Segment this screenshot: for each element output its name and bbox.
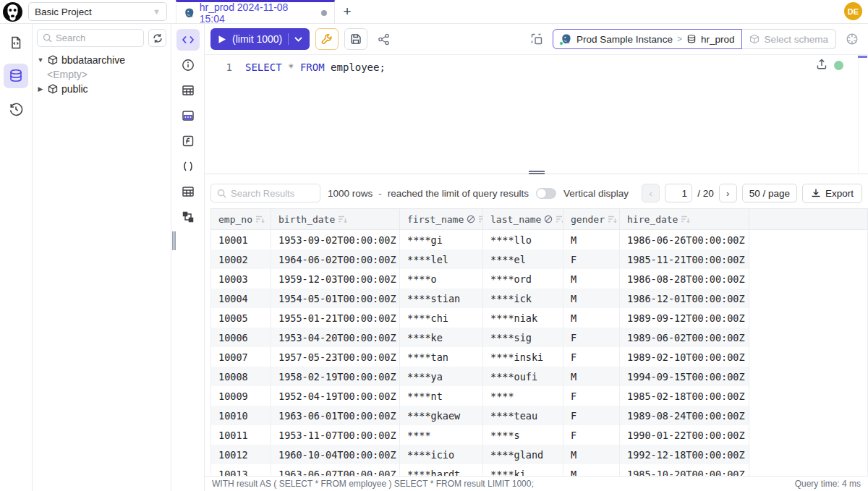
avatar[interactable]: DE (844, 2, 862, 20)
table-cell[interactable]: ****ick (483, 289, 563, 308)
table-cell[interactable]: 10012 (210, 445, 271, 464)
sql-editor[interactable]: 1 SELECT * FROM employee; (205, 55, 868, 174)
next-page-button[interactable]: › (719, 184, 737, 202)
table-cell[interactable]: 1963-06-01T00:00:00Z (271, 406, 400, 425)
functions-icon[interactable] (176, 130, 200, 152)
table-cell[interactable]: ****niak (483, 308, 563, 328)
table-cell[interactable]: 1989-09-12T00:00:00Z (620, 308, 749, 328)
format-sql-button[interactable] (527, 29, 547, 49)
share-button[interactable] (373, 29, 393, 49)
refresh-button[interactable] (148, 29, 166, 47)
table-cell[interactable]: ****el (483, 249, 563, 269)
worksheet-doc-icon[interactable] (4, 30, 28, 55)
table-cell[interactable]: 1958-02-19T00:00:00Z (271, 367, 400, 386)
table-cell[interactable]: 1959-12-03T00:00:00Z (271, 269, 400, 289)
table-cell[interactable]: 10001 (210, 230, 271, 249)
table-cell[interactable]: 10002 (210, 249, 271, 269)
table-cell[interactable]: 10005 (210, 308, 271, 328)
column-header[interactable]: emp_no (210, 209, 271, 229)
table-cell[interactable]: F (563, 425, 620, 445)
project-select[interactable]: Basic Project ▼ (28, 2, 167, 21)
scroll-annotation-gutter[interactable] (858, 55, 868, 174)
table-cell[interactable]: 10010 (210, 406, 271, 425)
table-cell[interactable]: **** (400, 425, 483, 445)
table-cell[interactable]: 10011 (210, 425, 271, 445)
sort-icon[interactable] (338, 215, 347, 223)
column-header[interactable]: birth_date (271, 209, 400, 229)
table-row[interactable]: 100021964-06-02T00:00:00Z****lel****elF1… (210, 249, 868, 269)
panel-resize-handle[interactable] (172, 231, 176, 250)
table-cell[interactable]: ****s (483, 425, 563, 445)
table-cell[interactable]: 1994-09-15T00:00:00Z (620, 367, 749, 386)
table-cell[interactable]: ****sig (483, 328, 563, 347)
database-rail-icon[interactable] (4, 64, 28, 88)
table-cell[interactable]: ****gi (400, 230, 483, 249)
table-cell[interactable]: 1992-12-18T00:00:00Z (620, 445, 749, 464)
info-icon[interactable] (176, 54, 200, 76)
column-header[interactable]: first_name (400, 209, 483, 229)
table-cell[interactable]: 1954-05-01T00:00:00Z (271, 289, 400, 308)
troubleshoot-button[interactable] (315, 28, 339, 50)
table-cell[interactable]: 10003 (210, 269, 271, 289)
column-header[interactable]: gender (563, 209, 620, 229)
table-cell[interactable]: **** (483, 386, 563, 406)
page-size-select[interactable]: 50 / page (742, 184, 797, 202)
tab-worksheet[interactable]: hr_prod 2024-11-08 15:04 (176, 0, 335, 23)
table-cell[interactable]: 1953-09-02T00:00:00Z (271, 230, 400, 249)
run-query-button[interactable]: (limit 1000) (210, 28, 310, 50)
table-cell[interactable]: ****teau (483, 406, 563, 425)
table-row[interactable]: 100011953-09-02T00:00:00Z****gi****lloM1… (210, 230, 868, 249)
save-button[interactable] (344, 28, 367, 50)
table-cell[interactable]: ****oufi (483, 367, 563, 386)
table-cell[interactable]: 1953-11-07T00:00:00Z (271, 425, 400, 445)
table-cell[interactable]: 1990-01-22T00:00:00Z (620, 425, 749, 445)
table-cell[interactable]: 1986-06-26T00:00:00Z (620, 230, 749, 249)
diagram-icon[interactable] (176, 206, 200, 228)
table-cell[interactable]: M (563, 308, 620, 328)
table-row[interactable]: 100101963-06-01T00:00:00Z****gkaew****te… (210, 406, 868, 425)
tables-icon[interactable] (176, 80, 200, 101)
table-row[interactable]: 100111953-11-07T00:00:00Z********sF1990-… (210, 425, 868, 445)
horizontal-drag-handle-icon[interactable] (529, 171, 545, 174)
table-cell[interactable]: 10008 (210, 367, 271, 386)
table-cell[interactable]: M (563, 367, 620, 386)
vertical-display-toggle[interactable] (536, 188, 556, 199)
table-row[interactable]: 100051955-01-21T00:00:00Z****chi****niak… (210, 308, 868, 328)
table-cell[interactable]: 1960-10-04T00:00:00Z (271, 445, 400, 464)
tree-item-public[interactable]: ▶ public (37, 82, 166, 96)
sort-icon[interactable] (478, 215, 483, 223)
prev-page-button[interactable]: ‹ (642, 184, 660, 202)
table-row[interactable]: 100061953-04-20T00:00:00Z****ke****sigF1… (210, 328, 868, 347)
table-row[interactable]: 100121960-10-04T00:00:00Z****icio****gla… (210, 445, 868, 464)
table-cell[interactable]: M (563, 269, 620, 289)
page-number-input[interactable] (665, 184, 692, 202)
table-cell[interactable]: 1986-08-28T00:00:00Z (620, 269, 749, 289)
table-cell[interactable]: ****gland (483, 445, 563, 464)
column-header[interactable]: last_name (483, 209, 563, 229)
table-cell[interactable]: ****o (400, 269, 483, 289)
table-cell[interactable]: 1955-01-21T00:00:00Z (271, 308, 400, 328)
table-cell[interactable]: ****stian (400, 289, 483, 308)
table-row[interactable]: 100081958-02-19T00:00:00Z****ya****oufiM… (210, 367, 868, 386)
table-cell[interactable]: 1957-05-23T00:00:00Z (271, 347, 400, 367)
sort-icon[interactable] (255, 215, 265, 223)
sort-icon[interactable] (608, 215, 617, 223)
table-cell[interactable]: ****ya (400, 367, 483, 386)
table-cell[interactable]: 10006 (210, 328, 271, 347)
table-cell[interactable]: ****icio (400, 445, 483, 464)
table-cell[interactable]: M (563, 230, 620, 249)
column-header[interactable]: hire_date (620, 209, 749, 229)
table-cell[interactable]: ****tan (400, 347, 483, 367)
table-cell[interactable]: 10007 (210, 347, 271, 367)
table-cell[interactable]: 1964-06-02T00:00:00Z (271, 249, 400, 269)
history-icon[interactable] (4, 97, 28, 121)
table-cell[interactable]: ****gkaew (400, 406, 483, 425)
procedures-icon[interactable] (176, 155, 200, 177)
table-cell[interactable]: F (563, 347, 620, 367)
table-cell[interactable]: F (563, 328, 620, 347)
table-cell[interactable]: F (563, 406, 620, 425)
table-cell[interactable]: ****nt (400, 386, 483, 406)
sort-icon[interactable] (681, 215, 690, 223)
table-cell[interactable]: ****lel (400, 249, 483, 269)
export-button[interactable]: Export (802, 184, 862, 203)
